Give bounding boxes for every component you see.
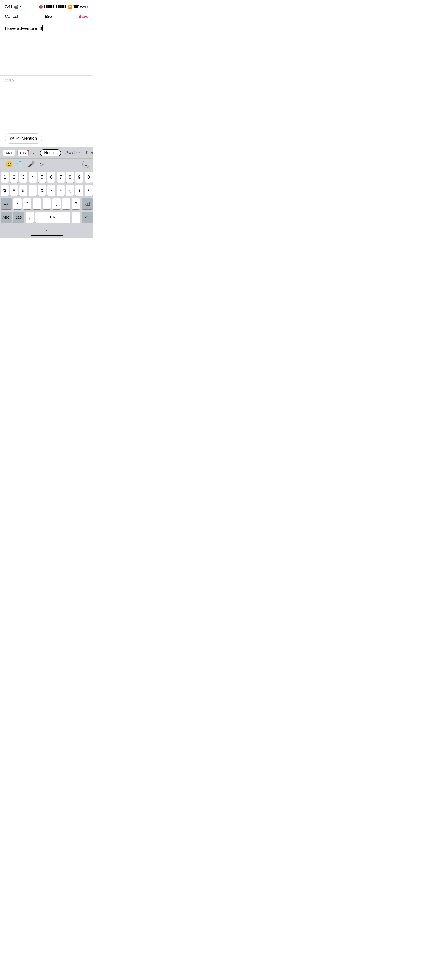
key-underscore[interactable]: _ [29, 185, 36, 196]
mention-section: @ @ Mention [0, 86, 93, 147]
key-asterisk[interactable]: * [13, 198, 22, 209]
key-8[interactable]: 8 [66, 172, 74, 183]
key-7[interactable]: 7 [57, 172, 65, 183]
font-style-bar: ART B I G ⌄ Normal Random Premium [0, 147, 93, 159]
keyboard-toolbar: 🙂 👕 🎤 ☺ ⌄ [0, 159, 93, 170]
backspace-key[interactable] [82, 198, 92, 209]
big-label: B [20, 151, 22, 155]
key-minus[interactable]: - [48, 185, 55, 196]
time: 7:43 [5, 5, 13, 9]
key-hash[interactable]: # [10, 185, 18, 196]
cancel-button[interactable]: Cancel [5, 14, 18, 19]
clothing-icon[interactable]: 👕 [15, 160, 26, 169]
key-double-quote[interactable]: " [23, 198, 31, 209]
bottom-bar: ⌄ [0, 224, 93, 238]
chevron-down-button[interactable]: ⌄ [31, 149, 38, 156]
nav-header: Cancel Bio Save [0, 12, 93, 23]
battery-container: 90% [73, 5, 89, 8]
green-dot [87, 6, 89, 8]
period-key[interactable]: . [72, 212, 80, 223]
key-5[interactable]: 5 [38, 172, 46, 183]
wifi-icon: 🛜 [68, 5, 72, 9]
red-dot-indicator [27, 150, 29, 152]
char-count: 21/80 [0, 76, 93, 86]
mention-label: @ Mention [16, 136, 37, 141]
home-indicator [31, 235, 63, 236]
key-0[interactable]: 0 [85, 172, 92, 183]
art-font-button[interactable]: ART [3, 150, 15, 156]
battery-percent: 90% [80, 5, 86, 8]
dot: · [20, 5, 21, 9]
page-title: Bio [45, 14, 52, 19]
123-key[interactable]: 123 [13, 212, 24, 223]
mute-icon: 🔕 [39, 5, 43, 9]
big-label-3: G [24, 152, 26, 154]
key-pound[interactable]: £ [19, 185, 27, 196]
random-font-button[interactable]: Random [63, 150, 82, 156]
key-question[interactable]: ? [72, 198, 80, 209]
signal-bars-2: ▋▋▋▋▋ [56, 5, 67, 8]
mention-button[interactable]: @ @ Mention [5, 133, 42, 143]
chevron-down-icon: ⌄ [33, 151, 36, 155]
bio-content: I love adventure!!!! [5, 25, 42, 32]
key-close-paren[interactable]: ) [75, 185, 83, 196]
emoji-keyboard-icon[interactable]: 🙂 [4, 160, 15, 169]
key-open-paren[interactable]: ( [66, 185, 74, 196]
abc-key[interactable]: ABC [1, 212, 12, 223]
key-9[interactable]: 9 [75, 172, 83, 183]
big-label-2: I [23, 151, 24, 154]
key-apostrophe[interactable]: ' [33, 198, 41, 209]
bio-text: I love adventure!!!! [5, 25, 89, 32]
key-exclamation[interactable]: ! [62, 198, 70, 209]
emoticon-icon[interactable]: ☺ [37, 160, 47, 169]
status-bar: 7:43 📹 · 🔕 ▋▋▋▋▋ ▋▋▋▋▋ 🛜 90% [0, 0, 93, 12]
key-4[interactable]: 4 [29, 172, 36, 183]
key-2[interactable]: 2 [10, 172, 18, 183]
status-left: 7:43 📹 · [5, 5, 21, 9]
normal-font-button[interactable]: Normal [40, 149, 61, 156]
text-cursor [42, 25, 43, 30]
key-plus[interactable]: + [57, 185, 65, 196]
mic-icon[interactable]: 🎤 [26, 160, 37, 169]
signal-bars-1: ▋▋▋▋▋ [44, 5, 55, 8]
keyboard-collapse-button[interactable]: ⌄ [82, 161, 89, 168]
status-right: 🔕 ▋▋▋▋▋ ▋▋▋▋▋ 🛜 90% [39, 5, 89, 9]
battery-fill [74, 6, 78, 8]
keyboard: 1 2 3 4 5 6 7 8 9 0 @ # £ _ & - + ( ) / … [0, 170, 93, 224]
premium-font-button[interactable]: Premium [84, 150, 93, 156]
keyboard-down-arrow[interactable]: ⌄ [45, 226, 49, 234]
key-3[interactable]: 3 [19, 172, 27, 183]
key-6[interactable]: 6 [48, 172, 55, 183]
bottom-row: ABC 123 , EN . ↵ [0, 210, 93, 224]
bio-input-area[interactable]: I love adventure!!!! [0, 23, 93, 76]
save-button[interactable]: Save [78, 14, 89, 19]
key-slash[interactable]: / [85, 185, 92, 196]
key-at[interactable]: @ [1, 185, 9, 196]
number-row: 1 2 3 4 5 6 7 8 9 0 [0, 170, 93, 184]
key-ampersand[interactable]: & [38, 185, 46, 196]
key-1[interactable]: 1 [1, 172, 9, 183]
key-equals-backslash[interactable]: =\< [1, 198, 12, 209]
battery-icon [73, 5, 79, 8]
big-font-button[interactable]: B I G [17, 150, 29, 156]
return-key[interactable]: ↵ [82, 212, 92, 223]
camera-icon: 📹 [14, 5, 19, 9]
comma-key[interactable]: , [25, 212, 34, 223]
space-key[interactable]: EN [35, 212, 70, 223]
mention-at-icon: @ [10, 136, 14, 141]
symbol-row-2: =\< * " ' : ; ! ? [0, 197, 93, 210]
key-semicolon[interactable]: ; [52, 198, 60, 209]
symbol-row-1: @ # £ _ & - + ( ) / [0, 184, 93, 197]
key-colon[interactable]: : [43, 198, 51, 209]
